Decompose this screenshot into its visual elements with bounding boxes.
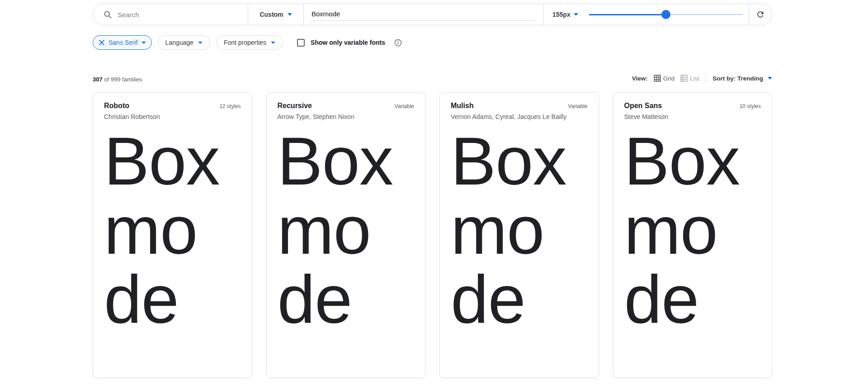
chevron-down-icon [288,13,292,16]
filter-chip-font-properties[interactable]: Font properties [216,35,283,50]
view-controls: View: Grid List Sort by: Trending [632,74,772,82]
remove-filter-icon[interactable] [99,39,105,46]
font-styles-badge: 10 styles [740,103,761,109]
font-card-grid: Roboto 12 styles Christian Robertson Box… [93,92,772,378]
grid-view-icon [653,74,661,82]
font-name: Roboto [104,102,129,110]
toolbar: Custom 155px [93,4,772,25]
filter-chip-label: Font properties [224,39,266,46]
card-header: Roboto 12 styles [104,102,241,110]
slider-fill [589,14,666,15]
preview-text-section [303,4,543,25]
variable-fonts-checkbox[interactable] [297,39,305,47]
refresh-icon [756,10,765,19]
font-card-open-sans[interactable]: Open Sans 10 styles Steve Matteson Box m… [613,92,773,378]
preview-mode-dropdown[interactable]: Custom [248,4,303,25]
font-card-recursive[interactable]: Recursive Variable Arrow Type, Stephen N… [266,92,426,378]
filter-chip-language[interactable]: Language [158,35,210,50]
font-designer: Steve Matteson [624,113,761,120]
card-header: Mulish Variable [451,102,588,110]
font-preview-text: Box mo de [104,127,241,334]
font-preview-text: Box mo de [451,127,588,334]
font-size-slider[interactable] [589,10,742,19]
search-section [93,4,248,25]
chevron-down-icon [198,42,203,44]
filter-chip-label: Language [165,39,193,46]
list-view-icon [680,74,688,82]
chevron-down-icon [142,42,146,44]
font-card-mulish[interactable]: Mulish Variable Vernon Adams, Cyreal, Ja… [439,92,599,378]
view-label: View: [632,75,648,82]
font-name: Recursive [278,102,312,110]
font-size-slider-section [584,4,749,25]
chevron-down-icon [574,13,578,16]
results-count: 307 of 999 families [93,76,142,83]
filter-chip-label: Sans Serif [108,39,138,46]
preview-text-input[interactable] [311,8,534,21]
card-header: Open Sans 10 styles [624,102,761,110]
font-styles-badge: 12 styles [219,103,241,109]
font-name: Open Sans [624,102,662,110]
filter-bar: Sans Serif Language Font properties Show… [93,35,402,50]
font-size-dropdown[interactable]: 155px [543,4,584,25]
grid-view-label: Grid [663,75,675,82]
slider-thumb[interactable] [661,10,670,19]
card-header: Recursive Variable [278,102,415,110]
preview-mode-value: Custom [259,11,283,18]
list-view-button[interactable]: List [680,74,699,82]
search-input[interactable] [118,11,231,19]
chevron-down-icon [768,77,772,80]
font-designer: Arrow Type, Stephen Nixon [278,113,415,120]
results-count-suffix: of 999 families [103,76,142,83]
font-name: Mulish [451,102,474,110]
font-styles-badge: Variable [568,103,587,109]
font-preview-text: Box mo de [624,127,761,334]
sort-dropdown[interactable]: Sort by: Trending [712,75,772,82]
font-preview-text: Box mo de [278,127,415,334]
chevron-down-icon [271,42,275,44]
reset-button[interactable] [749,4,772,25]
variable-fonts-label: Show only variable fonts [311,39,385,46]
search-icon [103,10,112,19]
info-icon[interactable] [394,39,402,47]
font-designer: Vernon Adams, Cyreal, Jacques Le Bailly [451,113,588,120]
font-card-roboto[interactable]: Roboto 12 styles Christian Robertson Box… [93,92,252,378]
sort-label: Sort by: Trending [712,75,763,82]
variable-fonts-filter: Show only variable fonts [297,39,402,47]
filter-chip-sans-serif[interactable]: Sans Serif [93,35,152,50]
results-count-number: 307 [93,76,103,83]
font-designer: Christian Robertson [104,113,241,120]
list-view-label: List [690,75,699,82]
divider [706,74,706,82]
font-size-value: 155px [552,11,571,18]
grid-view-button[interactable]: Grid [653,74,675,82]
font-styles-badge: Variable [395,103,414,109]
